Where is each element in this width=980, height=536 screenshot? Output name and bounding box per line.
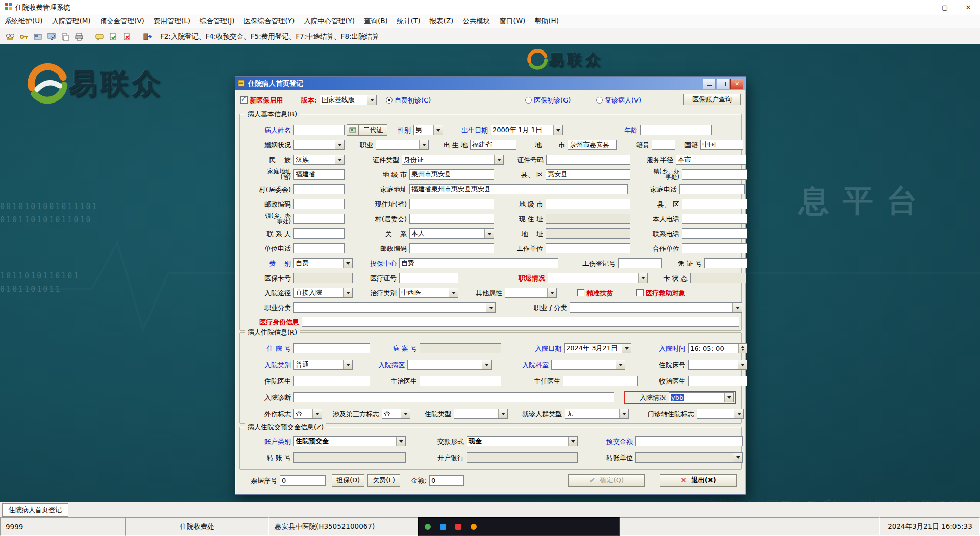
copy-icon[interactable] <box>59 30 71 43</box>
injury-no-input[interactable] <box>618 258 662 268</box>
radio-self-pay-first-visit[interactable] <box>386 97 393 104</box>
chevron-down-icon[interactable] <box>568 437 577 446</box>
birthplace-input[interactable]: 福建省 <box>470 140 516 150</box>
printer-icon[interactable] <box>72 30 85 43</box>
prepay-amount-input[interactable] <box>635 436 743 446</box>
new-insurance-checkbox[interactable] <box>240 96 248 104</box>
chevron-down-icon[interactable] <box>622 344 631 353</box>
city-input[interactable]: 泉州市惠安县 <box>568 140 617 150</box>
radio-return-patient[interactable] <box>596 97 603 104</box>
admit-class-select[interactable]: 普通 <box>293 360 353 370</box>
arrears-button[interactable]: 欠费(F) <box>368 474 400 487</box>
chevron-down-icon[interactable] <box>738 360 747 369</box>
chevron-down-icon[interactable] <box>486 303 495 312</box>
home-city-input[interactable]: 泉州市惠安县 <box>409 169 494 180</box>
chevron-down-icon[interactable] <box>484 229 494 238</box>
admit-way-select[interactable]: 直接入院 <box>293 288 353 298</box>
cur-town-input[interactable] <box>293 214 345 224</box>
chevron-down-icon[interactable] <box>312 409 322 418</box>
chevron-down-icon[interactable] <box>547 288 556 297</box>
age-input[interactable] <box>640 125 712 135</box>
coop-unit-input[interactable] <box>682 243 747 253</box>
chevron-down-icon[interactable] <box>732 303 742 312</box>
menu-admission[interactable]: 入院管理(M) <box>47 15 95 28</box>
chevron-down-icon[interactable] <box>638 273 647 283</box>
monitor-search-icon[interactable] <box>45 30 58 43</box>
chevron-down-icon[interactable] <box>553 125 562 135</box>
zip2-input[interactable] <box>409 243 494 253</box>
radio-return-label[interactable]: 复诊病人(V) <box>603 97 651 104</box>
menu-prepay[interactable]: 预交金管理(V) <box>95 15 149 28</box>
admit-date-select[interactable]: 2024年 3月21日 <box>564 343 631 353</box>
home-address-input[interactable]: 福建省泉州市惠安县惠安县 <box>409 184 628 194</box>
chevron-down-icon[interactable] <box>396 437 405 446</box>
work-unit-input[interactable] <box>546 243 630 253</box>
native-place-input[interactable] <box>652 140 675 150</box>
contact-input[interactable] <box>293 228 345 239</box>
attending-input[interactable] <box>420 376 501 386</box>
medical-aid-checkbox[interactable] <box>636 289 644 296</box>
window-close-button[interactable]: ✕ <box>957 0 980 15</box>
treat-type-select[interactable]: 中西医 <box>399 288 458 298</box>
fee-type-select[interactable]: 自费 <box>293 258 353 268</box>
other-attr-select[interactable] <box>505 288 557 298</box>
admit-condition-select[interactable]: ybb <box>669 392 734 402</box>
menu-query[interactable]: 查询(B) <box>359 15 393 28</box>
idcard2-button[interactable]: 二代证 <box>359 124 387 136</box>
trauma-flag-select[interactable]: 否 <box>293 409 322 419</box>
amount-input[interactable]: 0 <box>429 475 464 486</box>
gender-select[interactable]: 男 <box>413 125 443 135</box>
voucher-no-input[interactable] <box>704 258 747 268</box>
chevron-down-icon[interactable] <box>619 409 628 418</box>
taskbar-icon-green[interactable] <box>424 523 432 531</box>
taskbar-icon-blue[interactable] <box>439 523 447 531</box>
ward-select[interactable] <box>407 360 492 370</box>
window-minimize-button[interactable]: — <box>910 0 933 15</box>
ethnic-select[interactable]: 汉族 <box>293 155 345 165</box>
radio-insurance-label[interactable]: 医保初诊(G) <box>532 97 580 104</box>
zip1-input[interactable] <box>293 199 345 209</box>
radio-insurance-first-visit[interactable] <box>525 97 532 104</box>
medical-cert-input[interactable] <box>399 273 458 283</box>
chevron-down-icon[interactable] <box>482 360 491 369</box>
contact-phone-input[interactable] <box>682 228 747 239</box>
chevron-down-icon[interactable] <box>367 95 376 105</box>
radio-self-pay-label[interactable]: 自费初诊(C) <box>393 97 439 104</box>
window-maximize-button[interactable]: ▢ <box>933 0 957 15</box>
menu-help[interactable]: 帮助(H) <box>530 15 564 28</box>
birthdate-select[interactable]: 2000年 1月 1日 <box>491 125 563 135</box>
self-phone-input[interactable] <box>682 214 747 224</box>
dialog-maximize-button[interactable] <box>717 79 729 89</box>
poverty-checkbox[interactable] <box>577 289 584 296</box>
inpatient-no-input[interactable] <box>293 343 370 353</box>
cur-village-input[interactable] <box>409 214 494 224</box>
exit-button[interactable]: 退出(X) <box>660 474 737 487</box>
job-subclass-select[interactable] <box>570 302 742 313</box>
menu-general[interactable]: 综合管理(J) <box>195 15 239 28</box>
taskbar-icon-red[interactable] <box>454 523 462 531</box>
dialog-minimize-button[interactable] <box>703 79 716 89</box>
service-radius-input[interactable]: 本市 <box>676 155 746 165</box>
third-party-select[interactable]: 否 <box>382 409 410 419</box>
home-province-input[interactable]: 福建省 <box>293 169 345 180</box>
medical-aid-label[interactable]: 医疗救助对象 <box>644 290 697 296</box>
admit-time-spinner[interactable]: 16: 05: 00 <box>688 343 747 353</box>
transfer-flag-select[interactable] <box>697 409 744 419</box>
chevron-down-icon[interactable] <box>343 360 352 369</box>
job-class-select[interactable] <box>293 302 496 313</box>
card-reader-icon[interactable] <box>31 30 44 43</box>
menu-admission-center[interactable]: 入院中心管理(Y) <box>299 15 359 28</box>
menu-system[interactable]: 系统维护(U) <box>0 15 47 28</box>
relation-select[interactable]: 本人 <box>409 228 494 239</box>
pay-form-select[interactable]: 现金 <box>467 436 578 446</box>
dialog-close-button[interactable]: ✕ <box>730 79 743 89</box>
home-phone-input[interactable] <box>679 184 745 194</box>
home-town-input[interactable] <box>682 169 747 180</box>
receipt-no-input[interactable]: 0 <box>280 475 326 486</box>
cert-type-select[interactable]: 身份证 <box>402 155 504 165</box>
name-input[interactable] <box>293 125 345 135</box>
chevron-down-icon[interactable] <box>343 259 352 268</box>
nationality-input[interactable]: 中国 <box>700 140 743 150</box>
receiving-doctor-input[interactable] <box>688 376 747 386</box>
diagnosis-input[interactable] <box>293 392 614 402</box>
